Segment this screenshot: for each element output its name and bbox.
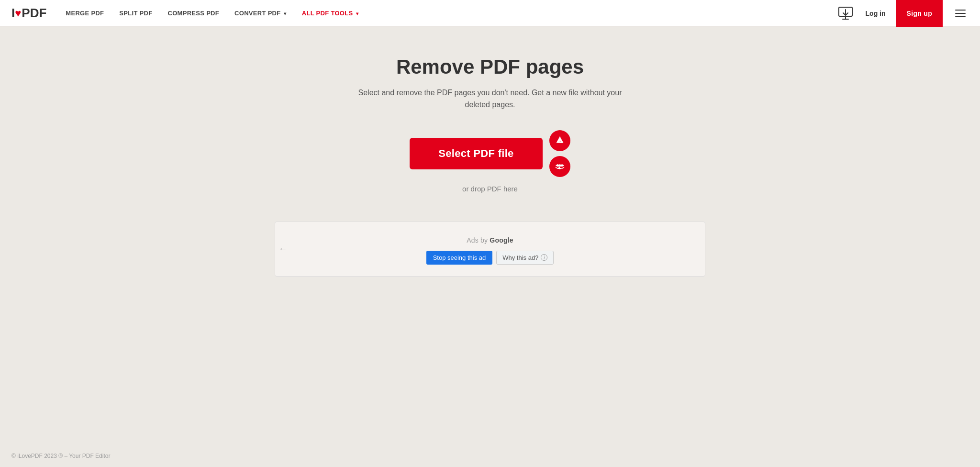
dropbox-icon bbox=[555, 161, 565, 172]
google-drive-button[interactable] bbox=[549, 130, 570, 151]
ad-container: ← Ads by Google Stop seeing this ad Why … bbox=[275, 222, 705, 277]
nav-compress-pdf[interactable]: COMPRESS PDF bbox=[167, 10, 219, 17]
ad-buttons: Stop seeing this ad Why this ad? i bbox=[426, 251, 554, 265]
page-title: Remove PDF pages bbox=[396, 56, 584, 78]
hamburger-line-2 bbox=[955, 13, 966, 14]
stop-seeing-ad-button[interactable]: Stop seeing this ad bbox=[426, 251, 493, 265]
select-pdf-button[interactable]: Select PDF file bbox=[410, 138, 542, 169]
signup-button[interactable]: Sign up bbox=[896, 0, 943, 27]
upload-area: Select PDF file bbox=[410, 130, 570, 177]
ad-arrow-left[interactable]: ← bbox=[275, 242, 291, 256]
dropbox-button[interactable] bbox=[549, 156, 570, 177]
hamburger-line-3 bbox=[955, 16, 966, 17]
site-logo[interactable]: I ♥ PDF bbox=[11, 6, 46, 21]
why-this-ad-button[interactable]: Why this ad? i bbox=[496, 251, 554, 265]
drop-text: or drop PDF here bbox=[462, 185, 518, 193]
logo-i: I bbox=[11, 6, 14, 21]
login-button[interactable]: Log in bbox=[861, 7, 891, 20]
copyright-text: © iLovePDF 2023 ® – Your PDF Editor bbox=[11, 453, 110, 459]
hamburger-line-1 bbox=[955, 10, 966, 11]
monitor-download-icon bbox=[838, 6, 853, 21]
main-content: Remove PDF pages Select and remove the P… bbox=[0, 27, 980, 445]
page-subtitle: Select and remove the PDF pages you don'… bbox=[356, 87, 624, 111]
google-text: Google bbox=[490, 236, 513, 244]
google-drive-icon bbox=[555, 135, 565, 146]
logo-pdf: PDF bbox=[22, 6, 46, 21]
nav-split-pdf[interactable]: SPLIT PDF bbox=[119, 10, 152, 17]
ad-box: Ads by Google Stop seeing this ad Why th… bbox=[275, 222, 705, 277]
nav-merge-pdf[interactable]: MERGE PDF bbox=[66, 10, 104, 17]
why-this-ad-label: Why this ad? bbox=[502, 254, 538, 261]
site-header: I ♥ PDF MERGE PDF SPLIT PDF COMPRESS PDF… bbox=[0, 0, 980, 27]
site-footer: © iLovePDF 2023 ® – Your PDF Editor bbox=[0, 445, 980, 467]
info-icon: i bbox=[541, 254, 547, 261]
ads-by-google-label: Ads by Google bbox=[467, 236, 513, 244]
hamburger-menu-button[interactable] bbox=[952, 7, 969, 20]
header-right: Log in Sign up bbox=[836, 0, 969, 27]
nav-convert-pdf[interactable]: CONVERT PDF ▾ bbox=[234, 10, 287, 17]
logo-heart-icon: ♥ bbox=[15, 7, 21, 20]
download-app-button[interactable] bbox=[836, 4, 855, 23]
nav-all-pdf-tools[interactable]: ALL PDF TOOLS ▾ bbox=[302, 10, 359, 17]
cloud-icon-group bbox=[549, 130, 570, 177]
main-nav: MERGE PDF SPLIT PDF COMPRESS PDF CONVERT… bbox=[66, 10, 835, 17]
